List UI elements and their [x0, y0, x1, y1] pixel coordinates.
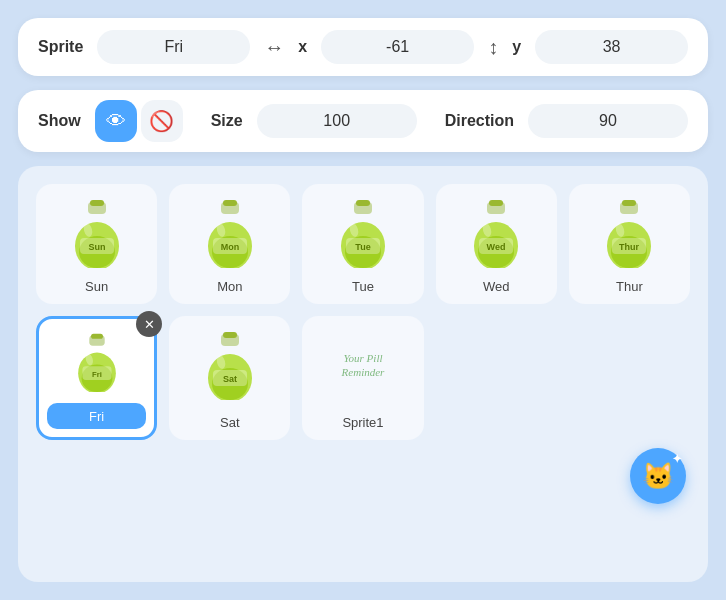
sprite-name-fri: Fri	[89, 409, 104, 424]
sprite-name-sun: Sun	[85, 279, 108, 294]
sprite-image-sprite1: Your Pill Reminder	[328, 330, 398, 400]
size-label: Size	[211, 112, 243, 130]
x-label: x	[298, 38, 307, 56]
show-label: Show	[38, 112, 81, 130]
svg-rect-26	[489, 200, 503, 206]
sprite-image-mon: Mon	[195, 198, 265, 268]
size-input[interactable]	[257, 104, 417, 138]
top-bar: Sprite ↔ x ↕ y	[18, 18, 708, 76]
svg-rect-40	[91, 334, 103, 339]
sprite-area: Sun Sun Mon	[18, 166, 708, 582]
svg-rect-12	[223, 200, 237, 206]
sprite-name-thur: Thur	[616, 279, 643, 294]
sprite-image-tue: Tue	[328, 198, 398, 268]
sprite-image-thur: Thur	[594, 198, 664, 268]
show-visible-button[interactable]: 👁	[95, 100, 137, 142]
sprite-card-wed[interactable]: Wed Wed	[436, 184, 557, 304]
sprite-image-sun: Sun	[62, 198, 132, 268]
y-axis-icon: ↕	[488, 36, 498, 59]
direction-input[interactable]	[528, 104, 688, 138]
svg-rect-19	[356, 200, 370, 206]
sprite-input[interactable]	[97, 30, 250, 64]
sprite-name-mon: Mon	[217, 279, 242, 294]
sprite-card-mon[interactable]: Mon Mon	[169, 184, 290, 304]
sprite-image-wed: Wed	[461, 198, 531, 268]
sprite-card-sprite1[interactable]: Your Pill Reminder Sprite1	[302, 316, 423, 440]
sprite-name-sat: Sat	[220, 415, 240, 430]
y-input[interactable]	[535, 30, 688, 64]
svg-text:Thur: Thur	[619, 242, 639, 252]
sprite-card-sat[interactable]: Sat Sat	[169, 316, 290, 440]
svg-rect-47	[223, 332, 237, 338]
sprite-grid: Sun Sun Mon	[36, 184, 690, 440]
x-input[interactable]	[321, 30, 474, 64]
visibility-toggle: 👁 🚫	[95, 100, 183, 142]
sprite-card-thur[interactable]: Thur Thur	[569, 184, 690, 304]
second-bar: Show 👁 🚫 Size Direction	[18, 90, 708, 152]
add-sprite-button[interactable]: 🐱 ✦	[630, 448, 686, 504]
svg-text:Tue: Tue	[355, 242, 370, 252]
svg-rect-5	[90, 200, 104, 206]
svg-text:Mon: Mon	[221, 242, 240, 252]
sprite-name-wed: Wed	[483, 279, 510, 294]
sprite-name-tue: Tue	[352, 279, 374, 294]
sprite-card-fri[interactable]: ✕ Fri Fri	[36, 316, 157, 440]
direction-label: Direction	[445, 112, 514, 130]
svg-text:Sun: Sun	[88, 242, 105, 252]
y-label: y	[512, 38, 521, 56]
svg-text:Wed: Wed	[487, 242, 506, 252]
cat-button-container: 🐱 ✦	[36, 440, 690, 504]
svg-text:Fri: Fri	[92, 370, 102, 379]
sprite-image-fri: Fri	[62, 327, 132, 397]
cat-plus-icon: ✦	[672, 452, 682, 466]
delete-fri-button[interactable]: ✕	[136, 311, 162, 337]
svg-rect-33	[622, 200, 636, 206]
app-container: Sprite ↔ x ↕ y Show 👁 🚫 Size Direction	[0, 0, 726, 600]
sprite-name-sprite1: Sprite1	[342, 415, 383, 430]
show-hidden-button[interactable]: 🚫	[141, 100, 183, 142]
sprite-label: Sprite	[38, 38, 83, 56]
x-axis-icon: ↔	[264, 36, 284, 59]
sprite1-placeholder-text: Your Pill Reminder	[328, 351, 398, 380]
sprite-card-sun[interactable]: Sun Sun	[36, 184, 157, 304]
sprite-card-tue[interactable]: Tue Tue	[302, 184, 423, 304]
svg-text:Sat: Sat	[223, 374, 237, 384]
sprite-image-sat: Sat	[195, 330, 265, 400]
